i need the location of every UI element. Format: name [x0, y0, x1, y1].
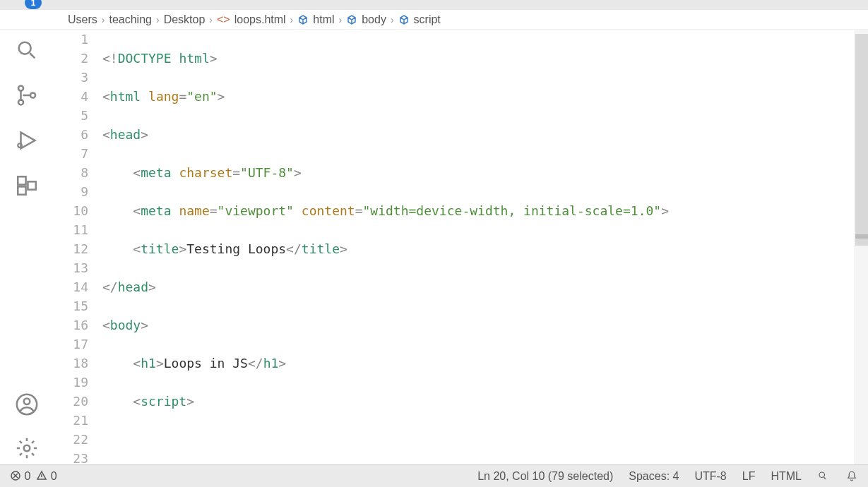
line-gutter: 1234567891011121314151617181920212223	[53, 30, 102, 467]
indentation[interactable]: Spaces: 4	[629, 470, 679, 483]
chevron-right-icon: ›	[209, 14, 213, 25]
crumb-desktop[interactable]: Desktop	[164, 13, 206, 26]
svg-rect-7	[18, 186, 25, 194]
svg-point-16	[819, 472, 825, 478]
crumb-users[interactable]: Users	[68, 13, 97, 26]
minimap[interactable]	[854, 30, 868, 467]
chevron-right-icon: ›	[156, 14, 160, 25]
feedback-icon[interactable]	[817, 470, 830, 483]
activity-bar	[0, 30, 53, 467]
settings-gear-icon[interactable]	[15, 436, 39, 460]
code-area[interactable]: <!DOCTYPE html> <html lang="en"> <head> …	[102, 30, 868, 467]
chevron-right-icon: ›	[102, 14, 105, 25]
editor[interactable]: 1234567891011121314151617181920212223 <!…	[53, 30, 868, 467]
warnings-icon[interactable]: 0	[36, 470, 57, 483]
svg-point-2	[18, 86, 23, 91]
chevron-right-icon: ›	[391, 14, 394, 25]
run-debug-icon[interactable]	[15, 128, 39, 152]
symbol-icon	[346, 14, 357, 25]
svg-point-3	[18, 100, 23, 104]
status-bar: 0 0 Ln 20, Col 10 (79 selected) Spaces: …	[0, 464, 868, 487]
svg-point-0	[18, 42, 30, 54]
source-control-icon[interactable]	[15, 83, 39, 107]
minimap-mark	[855, 234, 868, 239]
extensions-icon[interactable]	[15, 174, 39, 198]
crumb-teaching[interactable]: teaching	[109, 13, 152, 26]
svg-point-11	[23, 445, 30, 452]
search-icon[interactable]	[15, 38, 39, 62]
symbol-icon	[398, 14, 410, 25]
tab-bar: 1	[0, 0, 868, 10]
notifications-bell-icon[interactable]	[845, 470, 858, 483]
svg-rect-8	[28, 181, 35, 189]
minimap-thumb[interactable]	[855, 34, 868, 246]
modified-badge[interactable]: 1	[25, 0, 42, 9]
svg-line-1	[30, 53, 35, 58]
chevron-right-icon: ›	[290, 14, 294, 25]
crumb-file[interactable]: loops.html	[234, 13, 286, 26]
eol[interactable]: LF	[742, 470, 756, 483]
accounts-icon[interactable]	[15, 392, 39, 416]
crumb-sym-script[interactable]: script	[414, 13, 441, 26]
crumb-sym-html[interactable]: html	[313, 13, 334, 26]
html-file-icon: <>	[217, 13, 230, 26]
svg-rect-6	[18, 176, 25, 184]
svg-point-5	[18, 143, 22, 148]
chevron-right-icon: ›	[339, 14, 343, 25]
language-mode[interactable]: HTML	[771, 470, 802, 483]
errors-icon[interactable]: 0	[10, 470, 30, 483]
symbol-icon	[297, 14, 309, 25]
cursor-position[interactable]: Ln 20, Col 10 (79 selected)	[477, 470, 613, 483]
crumb-sym-body[interactable]: body	[362, 13, 386, 26]
breadcrumb[interactable]: Users › teaching › Desktop › <> loops.ht…	[0, 10, 868, 30]
svg-point-10	[23, 399, 30, 405]
encoding[interactable]: UTF-8	[694, 470, 726, 483]
svg-point-4	[30, 92, 35, 97]
